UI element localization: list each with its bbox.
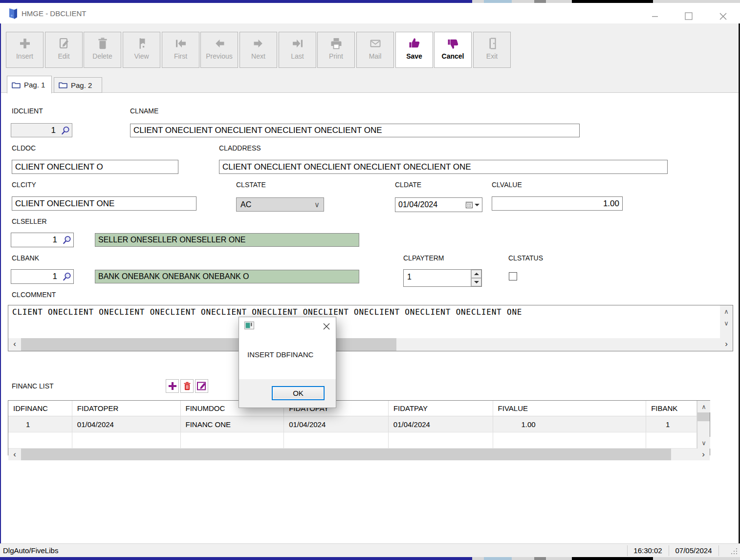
scroll-track[interactable] xyxy=(396,338,720,351)
scroll-down-icon[interactable]: ∨ xyxy=(720,317,733,329)
scroll-up-icon[interactable]: ∧ xyxy=(720,305,733,317)
table-row-empty[interactable] xyxy=(8,432,697,449)
clbank-id-field[interactable]: 1 xyxy=(11,269,74,284)
toolbar-button-last[interactable]: Last xyxy=(279,32,316,68)
delete-icon xyxy=(95,36,110,51)
minimize-button[interactable] xyxy=(647,9,663,23)
cldate-field[interactable]: 01/04/2024 xyxy=(395,197,482,212)
table-cell: 01/04/2024 xyxy=(72,416,181,432)
toolbar-button-label: View xyxy=(134,52,149,60)
clcity-value: CLIENT ONECLIENT ONE xyxy=(12,199,196,209)
clname-field[interactable]: CLIENT ONECLIENT ONECLIENT ONECLIENT ONE… xyxy=(130,124,580,137)
toolbar-button-insert[interactable]: Insert xyxy=(6,32,44,68)
table-cell: FINANC ONE xyxy=(181,416,284,432)
edge-segment xyxy=(534,557,546,560)
clstatus-checkbox[interactable] xyxy=(509,272,517,280)
tab-pag2[interactable]: Pag. 2 xyxy=(54,77,102,93)
scroll-left-icon[interactable]: ‹ xyxy=(8,338,21,350)
chevron-down-icon: ∨ xyxy=(314,200,324,209)
tab-pag1[interactable]: Pag. 1 xyxy=(7,76,52,93)
toolbar-button-view[interactable]: View xyxy=(123,32,160,68)
scroll-thumb[interactable] xyxy=(697,412,710,421)
scroll-track[interactable] xyxy=(720,329,733,338)
table-header-cell[interactable]: FIBANK xyxy=(646,401,697,416)
last-icon xyxy=(290,36,305,51)
spin-down-button[interactable] xyxy=(471,278,481,286)
clseller-lookup-button[interactable] xyxy=(60,233,73,247)
toolbar-button-edit[interactable]: Edit xyxy=(45,32,83,68)
folder-icon xyxy=(59,82,67,88)
ok-button[interactable]: OK xyxy=(272,386,325,400)
edge-segment xyxy=(512,557,534,560)
table-header-row: IDFINANCFIDATOPERFINUMDOCFIDATOPAYFIDATP… xyxy=(8,401,697,416)
toolbar: InsertEditDeleteViewFirstPreviousNextLas… xyxy=(1,23,739,74)
clstate-value: AC xyxy=(237,200,314,209)
clseller-label: CLSELLER xyxy=(12,217,47,225)
scroll-left-icon[interactable]: ‹ xyxy=(8,449,21,460)
app-icon xyxy=(8,7,19,20)
toolbar-button-previous[interactable]: Previous xyxy=(200,32,238,68)
idclient-lookup-button[interactable] xyxy=(59,124,72,137)
scroll-thumb[interactable] xyxy=(21,338,396,351)
form-page1: IDCLIENT CLNAME CLDOC CLADDRESS CLCITY C… xyxy=(1,93,739,543)
clcomment-text[interactable]: CLIENT ONECLIENT ONECLIENT ONECLIENT ONE… xyxy=(8,305,720,338)
toolbar-button-label: Exit xyxy=(486,52,498,60)
financ-edit-button[interactable] xyxy=(195,379,208,393)
clcity-field[interactable]: CLIENT ONECLIENT ONE xyxy=(12,196,196,211)
close-button[interactable] xyxy=(715,9,731,23)
cldoc-field[interactable]: CLIENT ONECLIENT O xyxy=(12,160,178,174)
table-header-cell[interactable]: FIVALUE xyxy=(493,401,647,416)
financ-delete-button[interactable] xyxy=(180,379,194,393)
dialog-close-button[interactable] xyxy=(321,321,332,332)
scroll-down-icon[interactable]: ∨ xyxy=(697,437,710,449)
scroll-up-icon[interactable]: ∧ xyxy=(697,401,710,412)
cldate-calendar-button[interactable] xyxy=(462,198,482,212)
toolbar-button-next[interactable]: Next xyxy=(239,32,277,68)
scroll-right-icon[interactable]: › xyxy=(720,338,733,350)
clpayterm-stepper[interactable]: 1 xyxy=(403,269,482,287)
table-header-cell[interactable]: IDFINANC xyxy=(8,401,72,416)
toolbar-button-first[interactable]: First xyxy=(162,32,199,68)
clbank-name-value: BANK ONEBANK ONEBANK ONEBANK O xyxy=(95,272,359,281)
financ-vscrollbar[interactable]: ∧ ∨ xyxy=(697,401,710,449)
exit-icon xyxy=(485,36,500,51)
spin-up-button[interactable] xyxy=(471,270,481,278)
folder-icon xyxy=(12,82,21,88)
toolbar-button-mail[interactable]: Mail xyxy=(356,32,394,68)
maximize-button[interactable] xyxy=(680,9,697,23)
scroll-thumb[interactable] xyxy=(21,449,671,460)
resize-grip[interactable] xyxy=(736,553,737,554)
toolbar-button-delete[interactable]: Delete xyxy=(84,32,121,68)
clpayterm-label: CLPAYTERM xyxy=(403,254,444,262)
clbank-lookup-button[interactable] xyxy=(60,270,73,283)
financ-add-button[interactable] xyxy=(166,379,179,393)
table-row[interactable]: 101/04/2024FINANC ONE01/04/202401/04/202… xyxy=(8,416,697,432)
claddress-field[interactable]: CLIENT ONECLIENT ONECLIENT ONECLIENT ONE… xyxy=(219,160,668,174)
table-header-cell[interactable]: FIDATPAY xyxy=(389,401,493,416)
status-divider xyxy=(718,545,719,556)
scroll-track[interactable] xyxy=(671,449,697,460)
toolbar-button-save[interactable]: Save xyxy=(395,32,433,68)
table-cell xyxy=(284,432,389,448)
financ-hscrollbar[interactable]: ‹ › xyxy=(8,449,710,460)
toolbar-button-print[interactable]: Print xyxy=(317,32,355,68)
clvalue-field[interactable]: 1.00 xyxy=(492,196,623,211)
dialog-footer: OK xyxy=(239,379,336,408)
edge-segment xyxy=(0,557,472,560)
toolbar-button-cancel[interactable]: Cancel xyxy=(434,32,472,68)
dialog-window-icon xyxy=(244,322,254,329)
scroll-track[interactable] xyxy=(697,421,710,437)
table-cell xyxy=(72,432,181,448)
clcomment-hscrollbar[interactable]: ‹ › xyxy=(8,338,733,351)
clstate-select[interactable]: AC ∨ xyxy=(236,197,324,212)
scroll-right-icon[interactable]: › xyxy=(697,449,710,460)
clname-label: CLNAME xyxy=(130,107,158,115)
table-header-cell[interactable]: FIDATOPER xyxy=(72,401,181,416)
clcomment-vscrollbar[interactable]: ∧ ∨ xyxy=(720,305,733,338)
toolbar-button-exit[interactable]: Exit xyxy=(473,32,511,68)
edge-segment xyxy=(653,557,740,560)
clseller-id-field[interactable]: 1 xyxy=(11,233,74,247)
toolbar-button-label: Next xyxy=(251,52,265,60)
clcomment-box[interactable]: CLIENT ONECLIENT ONECLIENT ONECLIENT ONE… xyxy=(8,305,733,351)
toolbar-button-label: Previous xyxy=(206,52,232,60)
